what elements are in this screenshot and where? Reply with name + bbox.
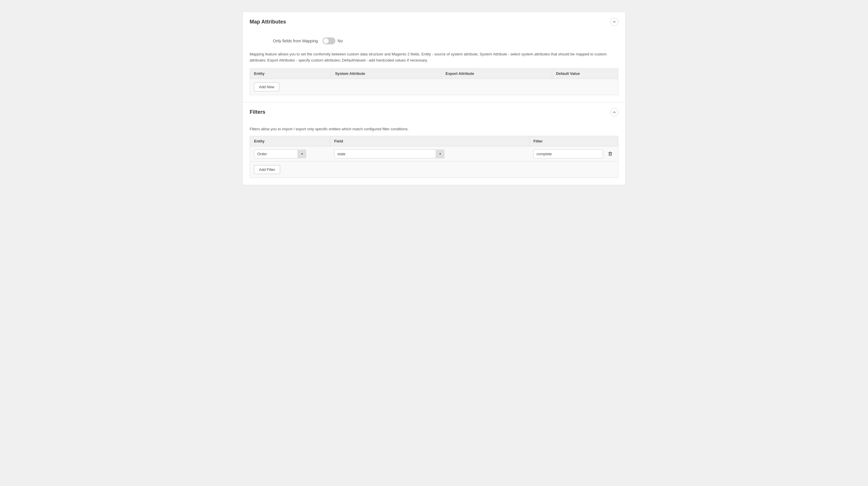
filters-table: Entity Field Filter Order Product Cus bbox=[250, 136, 618, 178]
entity-select[interactable]: Order Product Customer bbox=[254, 150, 306, 158]
filter-value-input[interactable] bbox=[533, 150, 603, 158]
map-attributes-collapse-button[interactable] bbox=[610, 18, 618, 26]
filters-body: Filters allow you to import / export onl… bbox=[243, 127, 625, 185]
filter-row-0: Order Product Customer ▼ state bbox=[250, 146, 618, 162]
map-attributes-body: Only fields from Mapping No Mapping feat… bbox=[243, 32, 625, 102]
col-f-field-header: Field bbox=[330, 136, 529, 146]
mapping-add-row: Add New bbox=[250, 78, 618, 95]
only-fields-toggle[interactable] bbox=[322, 37, 335, 44]
toggle-label: Only fields from Mapping bbox=[273, 39, 318, 43]
filters-title: Filters bbox=[250, 109, 265, 115]
filters-header: Filters bbox=[243, 102, 625, 122]
entity-select-wrapper: Order Product Customer ▼ bbox=[254, 150, 306, 158]
field-select[interactable]: state status created_at updated_at bbox=[334, 150, 444, 158]
filters-description: Filters allow you to import / export onl… bbox=[250, 127, 618, 131]
page-container: Map Attributes Only fields from Mapping … bbox=[242, 11, 626, 185]
filters-collapse-button[interactable] bbox=[610, 108, 618, 116]
col-default-val-header: Default Value bbox=[552, 68, 618, 78]
filter-entity-cell: Order Product Customer ▼ bbox=[250, 146, 330, 162]
filter-field-cell: state status created_at updated_at ▼ bbox=[330, 146, 529, 162]
delete-filter-button[interactable] bbox=[607, 150, 614, 158]
toggle-wrapper: No bbox=[322, 37, 343, 44]
col-f-filter-header: Filter bbox=[529, 136, 618, 146]
col-export-attr-header: Export Attribute bbox=[441, 68, 552, 78]
toggle-row: Only fields from Mapping No bbox=[250, 32, 618, 51]
field-select-wrapper: state status created_at updated_at ▼ bbox=[334, 150, 444, 158]
map-attributes-card: Map Attributes Only fields from Mapping … bbox=[242, 11, 626, 185]
mapping-description: Mapping feature allows you to set the co… bbox=[250, 51, 618, 64]
col-entity-header: Entity bbox=[250, 68, 331, 78]
map-attributes-title: Map Attributes bbox=[250, 19, 286, 25]
add-new-button[interactable]: Add New bbox=[254, 83, 279, 91]
toggle-track bbox=[322, 37, 335, 44]
filters-table-header-row: Entity Field Filter bbox=[250, 136, 618, 146]
map-attributes-header: Map Attributes bbox=[243, 12, 625, 32]
filter-value-cell bbox=[529, 147, 618, 162]
col-f-entity-header: Entity bbox=[250, 136, 330, 146]
mapping-table-header-row: Entity System Attribute Export Attribute… bbox=[250, 68, 618, 78]
filters-add-row: Add Filter bbox=[250, 162, 618, 178]
mapping-table: Entity System Attribute Export Attribute… bbox=[250, 68, 618, 95]
mapping-add-cell: Add New bbox=[250, 78, 618, 95]
filters-add-cell: Add Filter bbox=[250, 162, 618, 178]
col-system-attr-header: System Attribute bbox=[331, 68, 441, 78]
add-filter-button[interactable]: Add Filter bbox=[254, 165, 280, 174]
toggle-state-label: No bbox=[338, 39, 343, 43]
